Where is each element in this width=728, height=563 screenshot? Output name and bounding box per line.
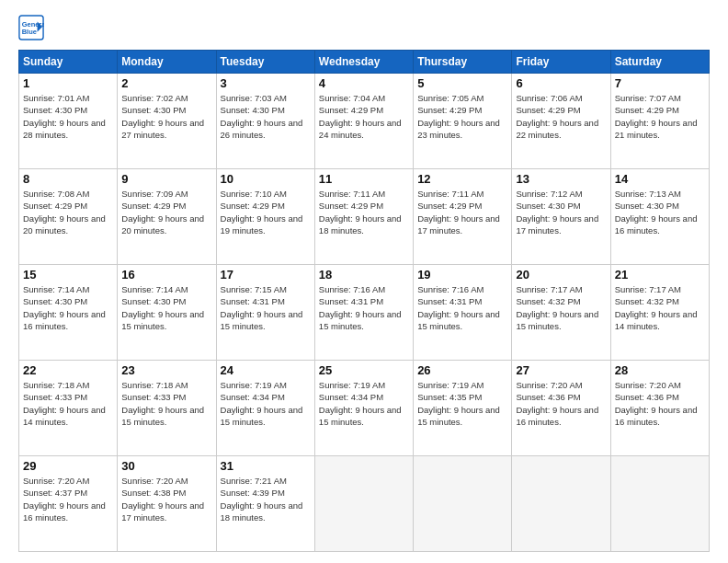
day-number: 21 (615, 268, 705, 282)
calendar-cell: 21Sunrise: 7:17 AMSunset: 4:32 PMDayligh… (610, 265, 709, 361)
day-number: 23 (121, 363, 211, 377)
calendar-cell: 31Sunrise: 7:21 AMSunset: 4:39 PMDayligh… (216, 456, 314, 552)
calendar-cell: 13Sunrise: 7:12 AMSunset: 4:30 PMDayligh… (512, 169, 610, 265)
day-info: Sunrise: 7:20 AMSunset: 4:37 PMDaylight:… (23, 475, 113, 523)
calendar-cell: 24Sunrise: 7:19 AMSunset: 4:34 PMDayligh… (216, 361, 314, 456)
day-info: Sunrise: 7:15 AMSunset: 4:31 PMDaylight:… (221, 283, 311, 332)
calendar-cell: 10Sunrise: 7:10 AMSunset: 4:29 PMDayligh… (216, 169, 314, 265)
day-number: 30 (121, 459, 211, 473)
day-info: Sunrise: 7:11 AMSunset: 4:29 PMDaylight:… (319, 188, 409, 236)
calendar-cell: 28Sunrise: 7:20 AMSunset: 4:36 PMDayligh… (610, 361, 709, 456)
calendar-cell: 5Sunrise: 7:05 AMSunset: 4:29 PMDaylight… (414, 74, 512, 169)
calendar-week-row: 15Sunrise: 7:14 AMSunset: 4:30 PMDayligh… (19, 265, 710, 361)
calendar-cell: 25Sunrise: 7:19 AMSunset: 4:34 PMDayligh… (314, 361, 413, 456)
day-number: 5 (417, 76, 507, 90)
day-number: 3 (221, 76, 311, 90)
day-number: 15 (23, 268, 113, 282)
day-number: 6 (516, 76, 606, 90)
calendar-cell: 23Sunrise: 7:18 AMSunset: 4:33 PMDayligh… (118, 361, 216, 456)
day-number: 29 (23, 459, 113, 473)
calendar-cell: 26Sunrise: 7:19 AMSunset: 4:35 PMDayligh… (414, 361, 512, 456)
calendar-body: 1Sunrise: 7:01 AMSunset: 4:30 PMDaylight… (19, 74, 710, 552)
day-info: Sunrise: 7:20 AMSunset: 4:36 PMDaylight:… (615, 379, 705, 428)
calendar-cell: 9Sunrise: 7:09 AMSunset: 4:29 PMDaylight… (118, 169, 216, 265)
day-info: Sunrise: 7:03 AMSunset: 4:30 PMDaylight:… (221, 92, 311, 141)
calendar-cell: 11Sunrise: 7:11 AMSunset: 4:29 PMDayligh… (314, 169, 413, 265)
day-number: 19 (417, 268, 507, 282)
day-info: Sunrise: 7:18 AMSunset: 4:33 PMDaylight:… (23, 379, 113, 428)
calendar-cell: 14Sunrise: 7:13 AMSunset: 4:30 PMDayligh… (610, 169, 709, 265)
day-info: Sunrise: 7:19 AMSunset: 4:35 PMDaylight:… (417, 379, 507, 428)
day-number: 11 (319, 172, 409, 186)
day-number: 25 (319, 363, 409, 377)
day-info: Sunrise: 7:16 AMSunset: 4:31 PMDaylight:… (417, 283, 507, 332)
day-info: Sunrise: 7:19 AMSunset: 4:34 PMDaylight:… (221, 379, 311, 428)
calendar-cell: 19Sunrise: 7:16 AMSunset: 4:31 PMDayligh… (414, 265, 512, 361)
logo: General Blue (18, 15, 46, 40)
day-number: 26 (417, 363, 507, 377)
day-number: 22 (23, 363, 113, 377)
day-info: Sunrise: 7:12 AMSunset: 4:30 PMDaylight:… (516, 188, 606, 236)
calendar-cell: 7Sunrise: 7:07 AMSunset: 4:29 PMDaylight… (610, 74, 709, 169)
day-info: Sunrise: 7:14 AMSunset: 4:30 PMDaylight:… (121, 283, 211, 332)
day-number: 13 (516, 172, 606, 186)
day-info: Sunrise: 7:08 AMSunset: 4:29 PMDaylight:… (23, 188, 113, 236)
day-number: 17 (221, 268, 311, 282)
day-number: 24 (221, 363, 311, 377)
day-number: 31 (221, 459, 311, 473)
day-number: 28 (615, 363, 705, 377)
calendar-cell: 17Sunrise: 7:15 AMSunset: 4:31 PMDayligh… (216, 265, 314, 361)
day-info: Sunrise: 7:05 AMSunset: 4:29 PMDaylight:… (417, 92, 507, 141)
calendar-cell: 16Sunrise: 7:14 AMSunset: 4:30 PMDayligh… (118, 265, 216, 361)
day-info: Sunrise: 7:01 AMSunset: 4:30 PMDaylight:… (23, 92, 113, 141)
svg-text:Blue: Blue (22, 28, 37, 36)
calendar-week-row: 29Sunrise: 7:20 AMSunset: 4:37 PMDayligh… (19, 456, 710, 552)
day-number: 14 (615, 172, 705, 186)
day-number: 9 (121, 172, 211, 186)
calendar-cell (512, 456, 610, 552)
calendar-cell: 18Sunrise: 7:16 AMSunset: 4:31 PMDayligh… (314, 265, 413, 361)
calendar-table: SundayMondayTuesdayWednesdayThursdayFrid… (18, 50, 710, 552)
day-info: Sunrise: 7:11 AMSunset: 4:29 PMDaylight:… (417, 188, 507, 236)
calendar-cell: 30Sunrise: 7:20 AMSunset: 4:38 PMDayligh… (118, 456, 216, 552)
day-info: Sunrise: 7:10 AMSunset: 4:29 PMDaylight:… (221, 188, 311, 236)
weekday-header-saturday: Saturday (610, 51, 709, 74)
day-info: Sunrise: 7:09 AMSunset: 4:29 PMDaylight:… (121, 188, 211, 236)
day-info: Sunrise: 7:19 AMSunset: 4:34 PMDaylight:… (319, 379, 409, 428)
calendar-header-row: SundayMondayTuesdayWednesdayThursdayFrid… (19, 51, 710, 74)
day-info: Sunrise: 7:20 AMSunset: 4:38 PMDaylight:… (121, 475, 211, 523)
day-number: 1 (23, 76, 113, 90)
day-number: 20 (516, 268, 606, 282)
calendar-cell: 27Sunrise: 7:20 AMSunset: 4:36 PMDayligh… (512, 361, 610, 456)
weekday-header-sunday: Sunday (19, 51, 118, 74)
weekday-header-friday: Friday (512, 51, 610, 74)
calendar-cell (314, 456, 413, 552)
calendar-week-row: 8Sunrise: 7:08 AMSunset: 4:29 PMDaylight… (19, 169, 710, 265)
day-info: Sunrise: 7:17 AMSunset: 4:32 PMDaylight:… (615, 283, 705, 332)
calendar-cell: 4Sunrise: 7:04 AMSunset: 4:29 PMDaylight… (314, 74, 413, 169)
day-info: Sunrise: 7:16 AMSunset: 4:31 PMDaylight:… (319, 283, 409, 332)
calendar-cell (414, 456, 512, 552)
weekday-header-tuesday: Tuesday (216, 51, 314, 74)
day-info: Sunrise: 7:21 AMSunset: 4:39 PMDaylight:… (221, 475, 311, 523)
day-info: Sunrise: 7:14 AMSunset: 4:30 PMDaylight:… (23, 283, 113, 332)
calendar-cell: 6Sunrise: 7:06 AMSunset: 4:29 PMDaylight… (512, 74, 610, 169)
logo-icon: General Blue (18, 15, 44, 40)
calendar-cell: 1Sunrise: 7:01 AMSunset: 4:30 PMDaylight… (19, 74, 118, 169)
day-info: Sunrise: 7:07 AMSunset: 4:29 PMDaylight:… (615, 92, 705, 141)
calendar-week-row: 1Sunrise: 7:01 AMSunset: 4:30 PMDaylight… (19, 74, 710, 169)
calendar-cell (610, 456, 709, 552)
calendar-cell: 20Sunrise: 7:17 AMSunset: 4:32 PMDayligh… (512, 265, 610, 361)
weekday-header-thursday: Thursday (414, 51, 512, 74)
day-number: 27 (516, 363, 606, 377)
calendar-cell: 29Sunrise: 7:20 AMSunset: 4:37 PMDayligh… (19, 456, 118, 552)
day-info: Sunrise: 7:18 AMSunset: 4:33 PMDaylight:… (121, 379, 211, 428)
calendar-page: General Blue SundayMondayTuesdayWednesda… (0, 0, 728, 563)
weekday-header-wednesday: Wednesday (314, 51, 413, 74)
calendar-week-row: 22Sunrise: 7:18 AMSunset: 4:33 PMDayligh… (19, 361, 710, 456)
day-number: 2 (121, 76, 211, 90)
day-number: 12 (417, 172, 507, 186)
day-info: Sunrise: 7:04 AMSunset: 4:29 PMDaylight:… (319, 92, 409, 141)
day-number: 7 (615, 76, 705, 90)
calendar-cell: 15Sunrise: 7:14 AMSunset: 4:30 PMDayligh… (19, 265, 118, 361)
